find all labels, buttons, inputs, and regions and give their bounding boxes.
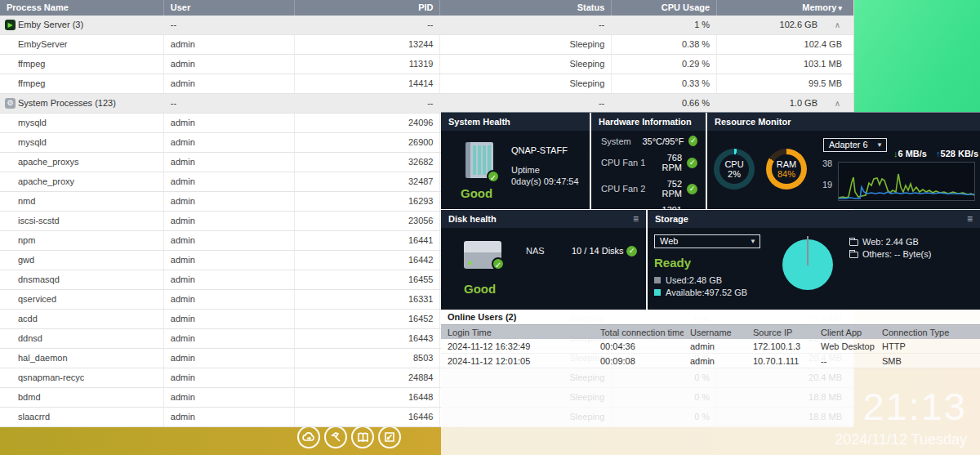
table-row[interactable]: ffmpegadmin14414Sleeping0.33 %99.5 MB: [0, 74, 853, 94]
desktop: 21:13 2024/11/12 Tuesday Process Name Us…: [0, 0, 980, 455]
upload-value: 528 KB/s: [941, 149, 978, 158]
used-swatch: [654, 277, 661, 283]
process-name-cell: ffmpeg: [0, 74, 164, 93]
pie-needle: [807, 236, 808, 265]
desktop-dock: [297, 426, 401, 448]
dashboard-overlay: System Health ✓ Good QNAP-STAFF Uptime 0…: [441, 112, 980, 455]
disk-health-title: Disk health: [448, 210, 497, 228]
download-value: 6 MB/s: [898, 149, 927, 158]
memory-cell: 103.1 MB: [717, 55, 853, 74]
online-user-row[interactable]: 2024-11-12 12:01:0500:09:08admin10.70.1.…: [441, 354, 980, 368]
axis-tick-mid: 19: [822, 180, 832, 190]
process-name-cell: ffmpeg: [0, 55, 164, 74]
manual-book-icon[interactable]: [351, 426, 374, 448]
column-cpu-usage[interactable]: CPU Usage: [612, 0, 717, 16]
system-process-icon: ⚙: [5, 98, 16, 109]
hardware-label: System: [601, 136, 642, 146]
notes-icon[interactable]: [378, 426, 401, 448]
folder-icon: [849, 252, 858, 258]
table-row[interactable]: ⚙System Processes (123)------0.66 %1.0 G…: [0, 94, 853, 114]
collapse-group-icon[interactable]: ∧: [835, 16, 840, 34]
ram-usage-donut[interactable]: RAM 84%: [766, 149, 807, 190]
process-name-cell: acdd: [0, 310, 164, 328]
disk-count: 10 / 14 Disks: [572, 246, 624, 256]
table-row[interactable]: ▶Emby Server (3)------1 %102.6 GB∧: [0, 16, 853, 35]
process-name-cell: qserviced: [0, 290, 164, 309]
disk-nas-label: NAS: [526, 246, 545, 256]
column-memory[interactable]: Memory▾: [717, 0, 853, 16]
system-health-title: System Health: [448, 113, 510, 131]
hardware-row: CPU Fan 1768 RPM✓: [591, 149, 706, 176]
online-users-column[interactable]: Client App: [814, 325, 875, 339]
column-user[interactable]: User: [164, 0, 295, 16]
process-name-cell: ▶Emby Server (3): [0, 16, 164, 34]
hardware-value: 752 RPM: [652, 179, 682, 199]
storage-title: Storage: [655, 210, 688, 228]
traffic-lines: [839, 163, 974, 200]
disk-list-icon[interactable]: ≡: [633, 210, 639, 228]
online-users-column[interactable]: Source IP: [746, 325, 814, 339]
column-pid[interactable]: PID: [295, 0, 441, 16]
axis-tick-top: 38: [822, 158, 832, 168]
hardware-info-panel: Hardware Information System35°C/95°F✓CPU…: [591, 113, 706, 209]
nas-hostname: QNAP-STAFF: [511, 145, 568, 155]
network-throughput: ↓6 MB/s ↑528 KB/s: [893, 149, 978, 158]
memory-cell: 102.4 GB: [717, 35, 853, 54]
process-name-cell: bdmd: [0, 388, 164, 407]
storage-list-icon[interactable]: ≡: [967, 210, 973, 228]
uptime-label: Uptime: [511, 165, 540, 175]
available-swatch: [654, 289, 661, 296]
health-check-icon: ✓: [487, 170, 500, 183]
table-row[interactable]: EmbyServeradmin13244Sleeping0.38 %102.4 …: [0, 35, 853, 55]
online-user-row[interactable]: 2024-11-12 16:32:4900:04:36admin172.100.…: [441, 339, 980, 354]
process-table-header: Process Name User PID Status CPU Usage M…: [0, 0, 853, 16]
column-status[interactable]: Status: [440, 0, 612, 16]
process-name-cell: ⚙System Processes (123): [0, 94, 164, 113]
online-users-panel: Online Users (2) Login TimeTotal connect…: [441, 310, 980, 368]
adapter-select[interactable]: Adapter 6 ▼: [823, 138, 887, 152]
online-users-column[interactable]: Login Time: [441, 325, 594, 339]
table-row[interactable]: ffmpegadmin11319Sleeping0.29 %103.1 MB: [0, 55, 853, 74]
hardware-row: CPU Fan 2752 RPM✓: [591, 176, 706, 202]
online-users-column[interactable]: Connection Type: [875, 325, 980, 339]
sort-caret-icon: ▾: [838, 4, 842, 12]
disk-health-panel: Disk health ≡ ✓ Good NAS 10 / 14 Disks ✓: [441, 210, 646, 310]
tools-icon[interactable]: [324, 426, 347, 448]
process-name-cell: apache_proxys: [0, 153, 164, 172]
process-name-cell: hal_daemon: [0, 349, 164, 368]
hardware-check-icon: ✓: [688, 136, 697, 146]
hardware-value: 768 RPM: [652, 153, 682, 172]
resource-monitor-title: Resource Monitor: [715, 113, 791, 131]
chevron-down-icon: ▼: [876, 139, 883, 151]
hardware-value: 1391 RPM: [652, 205, 682, 209]
storage-legend-item: Others: -- Byte(s): [849, 248, 931, 261]
volume-state: Ready: [654, 256, 691, 270]
network-traffic-chart[interactable]: [838, 162, 975, 201]
process-name-cell: apache_proxy: [0, 172, 164, 191]
column-process-name[interactable]: Process Name: [0, 0, 164, 16]
process-name-cell: qsnapman-recyc: [0, 368, 164, 387]
process-name-cell: npm: [0, 231, 164, 250]
memory-cell: 99.5 MB: [717, 74, 853, 93]
hardware-check-icon: ✓: [687, 158, 697, 168]
hardware-row: SYS Fan 11391 RPM✓: [591, 202, 706, 209]
ram-value: 84%: [777, 169, 795, 179]
process-name-cell: mysqld: [0, 133, 164, 152]
process-name-cell: gwd: [0, 251, 164, 270]
hardware-value: 35°C/95°F: [642, 136, 684, 146]
folder-icon: [849, 239, 858, 246]
process-name-cell: iscsi-scstd: [0, 212, 164, 230]
collapse-group-icon[interactable]: ∧: [835, 94, 840, 113]
process-name-cell: dnsmasqd: [0, 270, 164, 289]
online-users-column[interactable]: Username: [684, 325, 746, 339]
process-name-cell: slaacrrd: [0, 408, 164, 426]
resource-monitor-panel: Resource Monitor CPU 2% RAM 84% Adapter …: [707, 113, 980, 209]
online-users-column[interactable]: Total connection time: [594, 325, 684, 339]
disk-status: Good: [464, 282, 496, 296]
cpu-label: CPU: [724, 159, 743, 169]
cloud-sync-icon[interactable]: [297, 426, 320, 448]
hardware-label: CPU Fan 2: [601, 184, 652, 194]
storage-legend-item: Web: 2.44 GB: [849, 236, 931, 248]
volume-select[interactable]: Web ▼: [654, 234, 760, 248]
cpu-usage-donut[interactable]: CPU 2%: [714, 149, 755, 190]
